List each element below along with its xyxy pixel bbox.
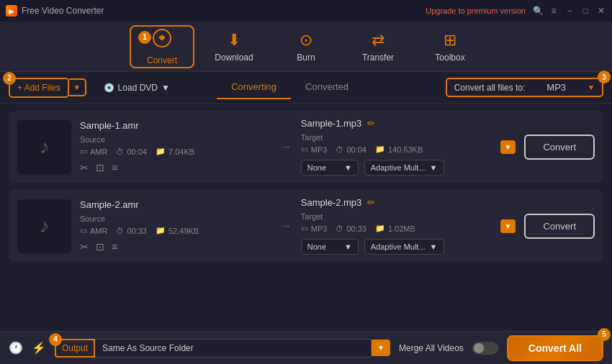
convert-all-button[interactable]: Convert All [507,335,603,361]
merge-toggle[interactable] [472,342,498,355]
search-icon[interactable]: 🔍 [533,6,543,16]
toolbox-label: Toolbox [435,53,464,63]
menu-icon[interactable]: ≡ [549,6,559,16]
convert-button-1[interactable]: Convert [524,135,595,160]
effect2-arrow-2: ▼ [430,242,438,251]
download-label: Download [215,53,253,63]
toolbar-item-transfer[interactable]: ⇄ Transfer [346,25,410,68]
target-clock-icon-2: ⏱ [336,224,343,233]
music-note-icon-1: ♪ [40,135,50,158]
effect1-dropdown-1[interactable]: None ▼ [301,160,359,176]
transfer-label: Transfer [362,53,394,63]
convert-all-format-group: 3 Convert all files to: MP3 ▼ [446,78,603,97]
toggle-knob [474,343,484,353]
target-dropdowns-1: None ▼ Adaptive Mult... ▼ [301,160,492,176]
convert-badge: 1 [138,31,151,44]
add-files-dropdown-button[interactable]: ▼ [69,78,86,96]
output-dropdown-button[interactable]: ▼ [372,340,390,356]
source-filename-1: Sample-1.amr [80,120,271,131]
target-dropdowns-2: None ▼ Adaptive Mult... ▼ [301,239,492,255]
output-section: 4 Output ▼ [55,339,390,358]
target-folder-icon-1: 📁 [375,145,385,154]
settings-button-1[interactable]: ≡ [112,162,117,173]
convert-all-format-box[interactable]: Convert all files to: MP3 ▼ [446,78,603,97]
settings-button-2[interactable]: ≡ [112,241,117,252]
lightning-button[interactable]: ⚡ [32,341,46,355]
target-label-2: Target [301,212,492,221]
target-meta-2: ▭ MP3 ⏱ 00:33 📁 1.02MB [301,224,492,233]
minimize-icon[interactable]: − [564,6,575,16]
title-bar-left: ▶ Free Video Converter [6,5,104,17]
output-path-input[interactable] [95,339,372,358]
close-icon[interactable]: ✕ [596,6,606,16]
file-actions-1: ✂ ⊡ ≡ [80,162,271,173]
arrow-icon-1: → [279,140,292,155]
source-label-1: Source [80,135,271,144]
source-label-2: Source [80,214,271,223]
source-meta-2: ▭ AMR ⏱ 00:33 📁 52.49KB [80,226,271,235]
output-badge: 4 [49,333,62,346]
format-icon-2: ▭ [80,226,87,235]
cut-button-1[interactable]: ✂ [80,162,89,173]
window-controls: 🔍 ≡ − □ ✕ [533,6,606,16]
clock-history-button[interactable]: 🕐 [9,341,23,355]
tab-converting[interactable]: Converting [217,76,291,99]
add-files-button[interactable]: 2 + Add Files [9,78,69,98]
file-thumb-1: ♪ [17,120,71,174]
source-duration-1: ⏱ 00:04 [116,147,147,156]
transfer-icon: ⇄ [372,31,384,50]
crop-button-2[interactable]: ⊡ [96,241,104,252]
crop-button-1[interactable]: ⊡ [96,162,104,173]
edit-icon-2[interactable]: ✏ [367,197,375,208]
load-dvd-button[interactable]: 💿 Load DVD ▼ [98,79,176,96]
sub-toolbar: 2 + Add Files ▼ 💿 Load DVD ▼ Converting … [0,72,612,104]
target-dropdown-btn-2[interactable]: ▼ [500,219,516,233]
toolbar-item-toolbox[interactable]: ⊞ Toolbox [418,25,482,68]
effect2-dropdown-1[interactable]: Adaptive Mult... ▼ [364,160,444,176]
file-thumb-2: ♪ [17,199,71,253]
folder-icon-1: 📁 [156,147,166,156]
file-info-1: Sample-1.amr Source ▭ AMR ⏱ 00:04 📁 7.04… [80,120,271,173]
target-duration-1: ⏱ 00:04 [336,145,366,154]
target-dropdown-btn-1[interactable]: ▼ [500,140,516,154]
merge-all-label: Merge All Videos [399,343,464,353]
app-title: Free Video Converter [22,6,104,16]
burn-icon: ⊙ [300,31,312,50]
file-info-2: Sample-2.amr Source ▭ AMR ⏱ 00:33 📁 52.4… [80,199,271,252]
burn-label: Burn [297,53,315,63]
format-icon-1: ▭ [80,147,87,156]
main-toolbar: 1 Convert ⬇ Download ⊙ Burn ⇄ Transfer ⊞… [0,22,612,72]
file-item-2: ♪ Sample-2.amr Source ▭ AMR ⏱ 00:33 📁 52… [9,190,603,262]
effect1-dropdown-2[interactable]: None ▼ [301,239,359,255]
effect1-arrow-1: ▼ [344,163,352,172]
download-icon: ⬇ [228,31,240,50]
convert-button-2[interactable]: Convert [524,214,595,239]
clock-icon-2: ⏱ [116,227,124,235]
load-dvd-arrow: ▼ [161,83,170,93]
effect2-dropdown-2[interactable]: Adaptive Mult... ▼ [364,239,444,255]
target-format-2: ▭ MP3 [301,224,328,233]
bottom-bar: 🕐 ⚡ 4 Output ▼ Merge All Videos 5 Conver… [0,331,612,364]
convert-all-label: Convert all files to: [454,83,526,93]
source-duration-2: ⏱ 00:33 [116,227,147,235]
svg-point-1 [160,36,164,40]
toolbar-item-convert[interactable]: 1 Convert [130,25,194,68]
effect2-arrow-1: ▼ [430,163,438,172]
upgrade-link[interactable]: Upgrade to premium version [426,6,526,15]
maximize-icon[interactable]: □ [580,6,590,16]
toolbar-item-burn[interactable]: ⊙ Burn [274,25,338,68]
edit-icon-1[interactable]: ✏ [367,118,375,129]
toolbar-item-download[interactable]: ⬇ Download [202,25,266,68]
target-clock-icon-1: ⏱ [336,145,343,154]
source-filename-2: Sample-2.amr [80,199,271,210]
clock-icon-1: ⏱ [116,147,124,156]
target-duration-2: ⏱ 00:33 [336,224,366,233]
add-files-group: 2 + Add Files ▼ [9,78,86,98]
convert-icon [152,28,172,53]
file-actions-2: ✂ ⊡ ≡ [80,241,271,252]
cut-button-2[interactable]: ✂ [80,241,89,252]
tab-converted[interactable]: Converted [291,76,363,99]
target-format-icon-1: ▭ [301,145,308,154]
output-label: 4 Output [55,339,95,358]
content-area: ♪ Sample-1.amr Source ▭ AMR ⏱ 00:04 📁 7.… [0,104,612,331]
